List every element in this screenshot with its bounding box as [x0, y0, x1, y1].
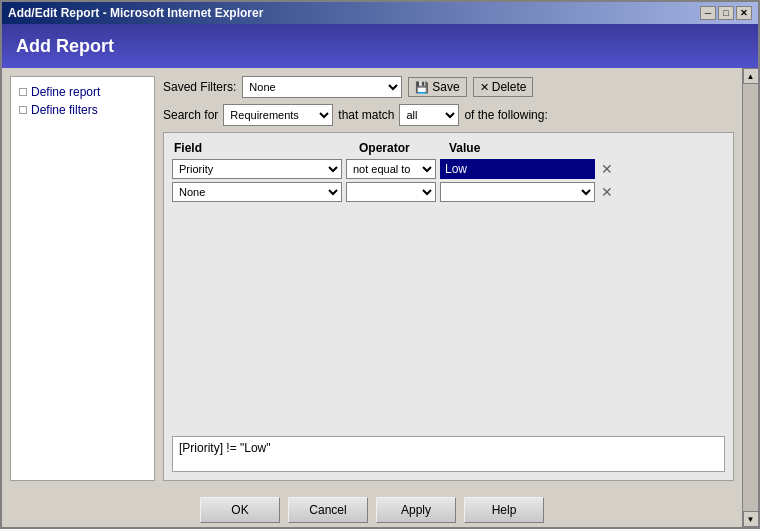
sidebar-label-define-filters: Define filters [31, 103, 98, 117]
scrollbar: ▲ ▼ [742, 68, 758, 527]
bottom-bar: OK Cancel Apply Help [2, 489, 742, 527]
window-title: Add/Edit Report - Microsoft Internet Exp… [8, 6, 263, 20]
title-bar: Add/Edit Report - Microsoft Internet Exp… [2, 2, 758, 24]
field-select-1[interactable]: Priority None Status Assigned To [172, 159, 342, 179]
ok-button[interactable]: OK [200, 497, 280, 523]
saved-filters-label: Saved Filters: [163, 80, 236, 94]
filter-spacer [172, 205, 725, 432]
value-select-2[interactable] [440, 182, 595, 202]
saved-filters-row: Saved Filters: None 💾 Save ✕ Delete [163, 76, 734, 98]
bullet-icon [19, 88, 27, 96]
operator-select-1[interactable]: not equal to equal to contains [346, 159, 436, 179]
field-select-2[interactable]: None Priority Status [172, 182, 342, 202]
title-bar-controls: ─ □ ✕ [700, 6, 752, 20]
window-outer: Define report Define filters Saved Filte… [2, 68, 758, 527]
of-following-label: of the following: [464, 108, 547, 122]
search-for-select[interactable]: Requirements [223, 104, 333, 126]
filter-row-1: Priority None Status Assigned To not equ… [172, 159, 725, 179]
that-match-label: that match [338, 108, 394, 122]
help-button[interactable]: Help [464, 497, 544, 523]
delete-label: Delete [492, 80, 527, 94]
filter-row-2: None Priority Status ✕ [172, 182, 725, 202]
match-select[interactable]: all any [399, 104, 459, 126]
expression-area: [Priority] != "Low" [172, 436, 725, 472]
close-button[interactable]: ✕ [736, 6, 752, 20]
expression-text: [Priority] != "Low" [179, 441, 271, 455]
filter-header: Field Operator Value [172, 141, 725, 155]
page-title: Add Report [16, 36, 114, 57]
search-for-row: Search for Requirements that match all a… [163, 104, 734, 126]
delete-row-1-button[interactable]: ✕ [599, 161, 615, 177]
window-body: Define report Define filters Saved Filte… [2, 68, 742, 489]
saved-filters-select[interactable]: None [242, 76, 402, 98]
sidebar-item-define-filters[interactable]: Define filters [15, 101, 150, 119]
sidebar-item-define-report[interactable]: Define report [15, 83, 150, 101]
apply-button[interactable]: Apply [376, 497, 456, 523]
main-area: Define report Define filters Saved Filte… [2, 68, 742, 527]
window-header: Add Report [2, 24, 758, 68]
header-value: Value [447, 141, 725, 155]
delete-icon: ✕ [480, 81, 489, 94]
header-operator: Operator [357, 141, 447, 155]
sidebar-label-define-report: Define report [31, 85, 100, 99]
cancel-button[interactable]: Cancel [288, 497, 368, 523]
save-button[interactable]: 💾 Save [408, 77, 466, 97]
minimize-button[interactable]: ─ [700, 6, 716, 20]
operator-select-2[interactable] [346, 182, 436, 202]
header-field: Field [172, 141, 357, 155]
value-input-1[interactable] [440, 159, 595, 179]
main-content: Saved Filters: None 💾 Save ✕ Delete [163, 76, 734, 481]
maximize-button[interactable]: □ [718, 6, 734, 20]
delete-button[interactable]: ✕ Delete [473, 77, 534, 97]
save-icon: 💾 [415, 81, 429, 94]
search-for-label: Search for [163, 108, 218, 122]
scroll-track [743, 84, 759, 511]
title-bar-left: Add/Edit Report - Microsoft Internet Exp… [8, 6, 263, 20]
save-label: Save [432, 80, 459, 94]
scroll-up-button[interactable]: ▲ [743, 68, 759, 84]
sidebar: Define report Define filters [10, 76, 155, 481]
main-window: Add/Edit Report - Microsoft Internet Exp… [0, 0, 760, 529]
scroll-down-button[interactable]: ▼ [743, 511, 759, 527]
filter-area: Field Operator Value Priority None Statu… [163, 132, 734, 481]
delete-row-2-button[interactable]: ✕ [599, 184, 615, 200]
bullet-icon-2 [19, 106, 27, 114]
